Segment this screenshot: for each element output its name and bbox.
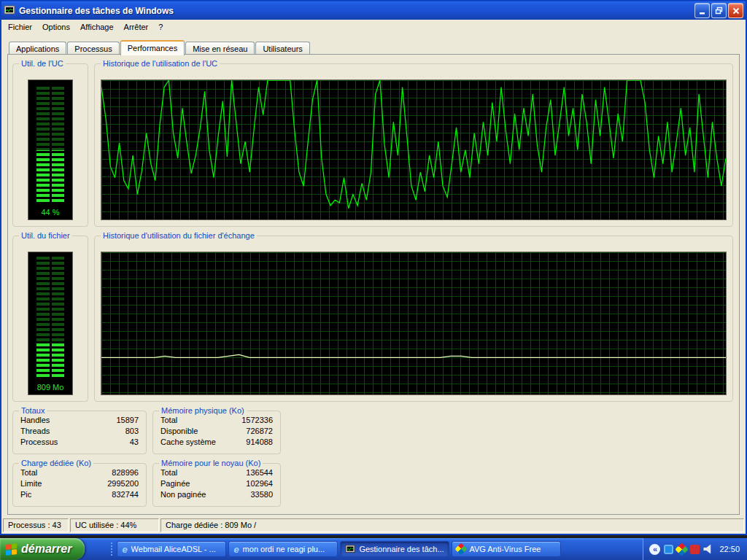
stat-row: Non paginée33580 [153, 489, 280, 500]
tab-processus[interactable]: Processus [67, 42, 119, 55]
tab-performances[interactable]: Performances [120, 40, 185, 55]
totals-title: Totaux [19, 406, 47, 415]
stat-row: Total1572336 [153, 415, 280, 426]
menu-arreter[interactable]: Arrêter [119, 21, 154, 33]
pagefile-usage-value: 809 Mo [28, 383, 72, 392]
commit-charge-group: Charge dédiée (Ko) Total828996 Limite299… [12, 459, 147, 507]
stat-row: Pic832744 [13, 489, 146, 500]
system-tray: « 22:50 [643, 538, 747, 560]
stat-row: Cache système914088 [153, 437, 280, 448]
kernel-memory-title: Mémoire pour le noyau (Ko) [159, 459, 263, 467]
totals-group: Totaux Handles15897 Threads803 Processus… [12, 406, 147, 454]
clock[interactable]: 22:50 [719, 545, 740, 553]
status-processes: Processus : 43 [3, 518, 69, 532]
stat-row: Total828996 [13, 467, 146, 478]
volume-icon[interactable] [703, 545, 713, 554]
menu-aide[interactable]: ? [153, 21, 168, 33]
taskbar-item-avg[interactable]: AVG Anti-Virus Free [452, 541, 561, 557]
cpu-usage-title: Util. de l'UC [19, 59, 66, 68]
pagefile-history-group: Historique d'utilisation du fichier d'éc… [94, 231, 733, 402]
pagefile-usage-gauge: 809 Mo [28, 252, 73, 395]
quick-launch-divider [85, 538, 117, 560]
stat-row: Processus43 [13, 437, 146, 448]
cpu-history-group: Historique de l'utilisation de l'UC [94, 59, 733, 227]
tab-utilisateurs[interactable]: Utilisateurs [255, 42, 309, 55]
taskmgr-icon [345, 545, 355, 554]
menu-options[interactable]: Options [37, 21, 75, 33]
window-title: Gestionnaire des tâches de Windows [19, 6, 694, 16]
taskbar-item-mon-ordi[interactable]: e mon ordi ne reagi plu... [228, 541, 338, 557]
pagefile-history-graph [101, 252, 727, 395]
titlebar-buttons [694, 3, 743, 18]
commit-charge-title: Charge dédiée (Ko) [19, 459, 93, 467]
ie-icon: e [122, 544, 127, 555]
stat-row: Disponible726872 [153, 426, 280, 437]
cpu-usage-value: 44 % [28, 208, 72, 217]
network-tray-icon[interactable] [664, 545, 673, 554]
taskbar-item-task-manager[interactable]: Gestionnaire des tâch... [340, 541, 449, 557]
physical-memory-group: Mémoire physique (Ko) Total1572336 Dispo… [152, 406, 281, 454]
status-commit-charge: Charge dédiée : 809 Mo / [160, 518, 744, 532]
minimize-button[interactable] [694, 3, 710, 18]
close-button[interactable] [728, 3, 743, 18]
stat-row: Handles15897 [13, 415, 146, 426]
pagefile-usage-title: Util. du fichier [19, 231, 72, 240]
start-button[interactable]: démarrer [0, 538, 85, 560]
maximize-button[interactable] [711, 3, 727, 18]
stat-row: Paginée102964 [153, 478, 280, 489]
status-bar: Processus : 43 UC utilisée : 44% Charge … [3, 517, 744, 532]
ati-tray-icon[interactable] [690, 545, 700, 554]
cpu-history-title: Historique de l'utilisation de l'UC [101, 59, 220, 68]
menu-affichage[interactable]: Affichage [75, 21, 119, 33]
tab-mise-en-reseau[interactable]: Mise en réseau [185, 42, 255, 55]
avg-icon [455, 543, 468, 556]
task-manager-window: Gestionnaire des tâches de Windows Fichi… [0, 0, 747, 535]
menu-fichier[interactable]: Fichier [3, 21, 37, 33]
pagefile-usage-group: Util. du fichier 809 Mo [12, 231, 88, 402]
kernel-memory-group: Mémoire pour le noyau (Ko) Total136544 P… [152, 459, 281, 507]
cpu-usage-group: Util. de l'UC 44 % [12, 59, 88, 227]
menubar: Fichier Options Affichage Arrêter ? [1, 20, 746, 34]
pagefile-gauge-leds [36, 257, 64, 377]
avg-tray-icon[interactable] [676, 542, 689, 556]
pagefile-history-title: Historique d'utilisation du fichier d'éc… [101, 231, 257, 240]
stat-row: Total136544 [153, 467, 280, 478]
cpu-gauge-leds [36, 85, 64, 202]
task-manager-icon[interactable] [4, 4, 15, 18]
performance-page: Util. de l'UC 44 % Historique de l'utili… [7, 54, 740, 515]
physical-memory-title: Mémoire physique (Ko) [159, 406, 247, 415]
windows-logo-icon [6, 543, 17, 556]
taskbar: démarrer e Webmail AliceADSL - ... e mon… [0, 538, 747, 560]
ie-icon: e [233, 544, 239, 555]
stat-row: Limite2995200 [13, 478, 146, 489]
hidden-icons-chevron[interactable]: « [649, 544, 660, 555]
tab-applications[interactable]: Applications [9, 42, 66, 55]
stat-row: Threads803 [13, 426, 146, 437]
cpu-usage-gauge: 44 % [28, 79, 73, 220]
status-cpu-usage: UC utilisée : 44% [70, 518, 159, 532]
titlebar: Gestionnaire des tâches de Windows [1, 1, 746, 20]
taskbar-item-webmail[interactable]: e Webmail AliceADSL - ... [117, 541, 226, 557]
start-button-label: démarrer [21, 542, 71, 556]
cpu-history-graph [101, 79, 727, 220]
desktop: Gestionnaire des tâches de Windows Fichi… [0, 0, 747, 560]
tabstrip: Applications Processus Performances Mise… [9, 39, 738, 55]
